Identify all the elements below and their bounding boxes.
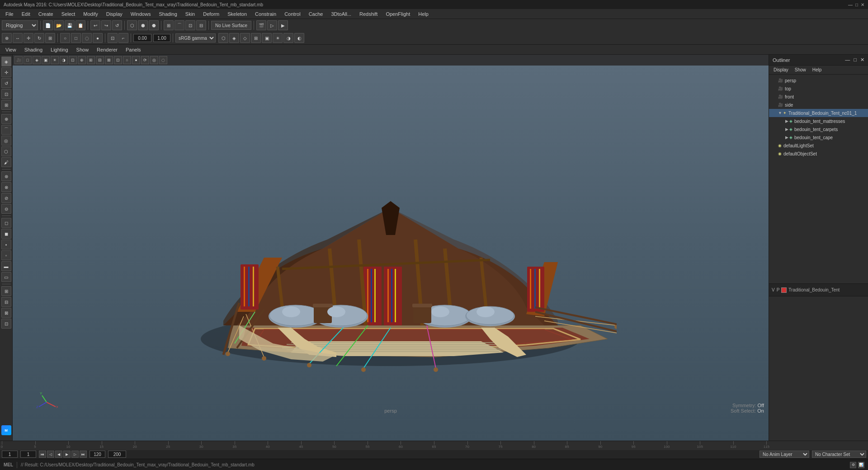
render-settings-button[interactable]: 🎬 bbox=[256, 20, 266, 30]
menu-redshift[interactable]: Redshift bbox=[356, 10, 381, 18]
vp-color-btn[interactable]: ● bbox=[132, 56, 140, 64]
outliner-display-menu[interactable]: Display bbox=[771, 67, 791, 72]
outliner-item-front[interactable]: 🎥 front bbox=[769, 93, 868, 101]
snap-to-grid-button[interactable]: ⊡ bbox=[108, 33, 118, 43]
misc-left2[interactable]: ⊟ bbox=[1, 297, 11, 307]
menu-cache[interactable]: Cache bbox=[305, 10, 327, 18]
vp-hudoverlay-btn[interactable]: ⊠ bbox=[105, 56, 113, 64]
character-set-dropdown[interactable]: No Character Set bbox=[812, 451, 866, 458]
lasso-select-button[interactable]: ⬢ bbox=[138, 20, 148, 30]
outliner-item-persp[interactable]: 🎥 persp bbox=[769, 76, 868, 85]
menu-windows[interactable]: Windows bbox=[127, 10, 155, 18]
mode-dropdown[interactable]: Rigging bbox=[2, 20, 38, 30]
range-end-input[interactable] bbox=[90, 451, 105, 458]
outliner-item-side[interactable]: 🎥 side bbox=[769, 101, 868, 109]
snap-point-button[interactable]: ⊡ bbox=[185, 20, 195, 30]
poly-left[interactable]: ⬡ bbox=[1, 146, 11, 156]
move-button[interactable]: ✛ bbox=[24, 33, 33, 43]
light-display-button[interactable]: ☀ bbox=[273, 33, 283, 43]
transform-button[interactable]: ↔ bbox=[13, 33, 23, 43]
menu-openflight[interactable]: OpenFlight bbox=[382, 10, 414, 18]
maximize-button[interactable]: □ bbox=[855, 2, 858, 7]
outliner-help-menu[interactable]: Help bbox=[810, 67, 825, 72]
vp-shaded-btn[interactable]: ◈ bbox=[33, 56, 41, 64]
title-bar-controls[interactable]: — □ ✕ bbox=[848, 2, 864, 7]
menu-skeleton[interactable]: Skeleton bbox=[224, 10, 250, 18]
rotate-button[interactable]: ↻ bbox=[34, 33, 44, 43]
outliner-close-btn[interactable]: ✕ bbox=[860, 57, 864, 63]
color-space-dropdown[interactable]: sRGB gamma bbox=[175, 33, 216, 42]
rotate-tool-left[interactable]: ↺ bbox=[1, 78, 11, 88]
status-btn1[interactable]: ⚙ bbox=[850, 462, 856, 468]
vp-resolution-btn[interactable]: ⊞ bbox=[87, 56, 95, 64]
show-menu[interactable]: Show bbox=[73, 46, 93, 53]
range-start-input[interactable] bbox=[20, 451, 36, 458]
menu-edit[interactable]: Edit bbox=[18, 10, 34, 18]
play-fwd-btn[interactable]: ▶ bbox=[63, 451, 71, 458]
next-frame-btn[interactable]: ▷ bbox=[71, 451, 79, 458]
vp-lights-btn[interactable]: ☀ bbox=[51, 56, 59, 64]
vp-shadows-btn[interactable]: ◑ bbox=[60, 56, 68, 64]
menu-select[interactable]: Select bbox=[58, 10, 79, 18]
vp-grid-btn[interactable]: ⊟ bbox=[96, 56, 104, 64]
snap-left4[interactable]: ▫ bbox=[1, 250, 11, 260]
vp-texture-btn[interactable]: ▣ bbox=[42, 56, 50, 64]
sculpt-left[interactable]: 🖌 bbox=[1, 157, 11, 167]
max-frame-input[interactable] bbox=[108, 451, 126, 458]
misc-left1[interactable]: ⊞ bbox=[1, 286, 11, 296]
new-scene-button[interactable]: 📄 bbox=[43, 20, 53, 30]
custom-left2[interactable]: ⊝ bbox=[1, 204, 11, 214]
open-scene-button[interactable]: 📂 bbox=[54, 20, 64, 30]
snap-curve-button[interactable]: ⌒ bbox=[175, 20, 184, 30]
menu-help[interactable]: Help bbox=[415, 10, 432, 18]
no-live-surface-button[interactable]: No Live Surface bbox=[211, 21, 251, 30]
marquee-button[interactable]: □ bbox=[71, 33, 81, 43]
vp-wireframe-btn[interactable]: □ bbox=[24, 56, 32, 64]
outliner-maximize-btn[interactable]: □ bbox=[854, 57, 857, 63]
shading-menu[interactable]: Shading bbox=[21, 46, 46, 53]
soft-select-button[interactable]: ○ bbox=[60, 33, 70, 43]
snap-left6[interactable]: ▭ bbox=[1, 272, 11, 282]
snap-left3[interactable]: ▪ bbox=[1, 240, 11, 249]
outliner-minimize-btn[interactable]: — bbox=[845, 57, 850, 63]
play-back-btn[interactable]: ◀ bbox=[55, 451, 62, 458]
menu-3dtoall[interactable]: 3DtoAll... bbox=[327, 10, 355, 18]
vp-dof-btn[interactable]: ◎ bbox=[150, 56, 158, 64]
soft-mod-left[interactable]: ⊕ bbox=[1, 114, 11, 124]
outliner-item-top[interactable]: 🎥 top bbox=[769, 85, 868, 93]
menu-modify[interactable]: Modify bbox=[80, 10, 101, 18]
menu-constrain[interactable]: Constrain bbox=[251, 10, 280, 18]
renderer-menu[interactable]: Renderer bbox=[93, 46, 121, 53]
lighting-menu[interactable]: Lighting bbox=[47, 46, 72, 53]
menu-file[interactable]: File bbox=[2, 10, 17, 18]
undo-many-button[interactable]: ↺ bbox=[112, 20, 122, 30]
outliner-item-cape[interactable]: ▶ ◈ bedouin_tent_cape bbox=[769, 133, 868, 141]
vp-motion-btn[interactable]: ⟳ bbox=[141, 56, 149, 64]
skip-back-btn[interactable]: ⏮ bbox=[39, 451, 46, 458]
prev-frame-btn[interactable]: ◁ bbox=[47, 451, 54, 458]
lasso-button[interactable]: ◌ bbox=[82, 33, 92, 43]
scale-button[interactable]: ⊞ bbox=[45, 33, 55, 43]
vp-xray-btn[interactable]: ⊡ bbox=[69, 56, 77, 64]
show-manipulator-left[interactable]: ⊗ bbox=[1, 182, 11, 192]
view-menu[interactable]: View bbox=[2, 46, 20, 53]
anim-layer-dropdown[interactable]: No Anim Layer bbox=[760, 451, 809, 458]
paint-select-button[interactable]: ⬣ bbox=[149, 20, 159, 30]
select-all-button[interactable]: ⊕ bbox=[2, 33, 12, 43]
timeline-ruler[interactable]: 0510152025303540455055606570758085909510… bbox=[0, 441, 868, 450]
scale-tool-left[interactable]: ⊡ bbox=[1, 89, 11, 99]
menu-deform[interactable]: Deform bbox=[199, 10, 223, 18]
shadow-display-button[interactable]: ◑ bbox=[283, 33, 293, 43]
menu-shading[interactable]: Shading bbox=[155, 10, 180, 18]
outliner-item-mattresses[interactable]: ▶ ◈ bedouin_tent_mattresses bbox=[769, 117, 868, 125]
snap-grid-button[interactable]: ⊞ bbox=[164, 20, 174, 30]
universal-tool-left[interactable]: ⊞ bbox=[1, 100, 11, 110]
outliner-content[interactable]: 🎥 persp 🎥 top 🎥 front 🎥 side ▼ ✦ bbox=[769, 75, 868, 283]
ipr-button[interactable]: ▶ bbox=[278, 20, 288, 30]
menu-create[interactable]: Create bbox=[35, 10, 57, 18]
render-button[interactable]: ▷ bbox=[267, 20, 277, 30]
custom-left1[interactable]: ⊘ bbox=[1, 193, 11, 203]
snap-left5[interactable]: ▬ bbox=[1, 261, 11, 271]
outliner-item-objectset[interactable]: ◉ defaultObjectSet bbox=[769, 150, 868, 158]
status-btn2[interactable]: 📊 bbox=[858, 462, 864, 468]
